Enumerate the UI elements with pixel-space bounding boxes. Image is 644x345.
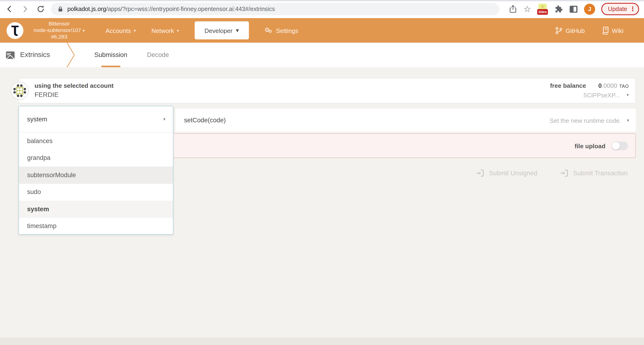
lock-icon — [58, 6, 63, 12]
header-links: GitHub Wiki — [555, 26, 624, 34]
chain-block-number: #6,283 — [27, 34, 92, 40]
url-host: polkadot.js.org — [67, 6, 106, 12]
section-tabbar: Extrinsics Submission Decode — [0, 43, 644, 67]
chevron-down-icon: ▾ — [236, 27, 239, 34]
sites-extension-label: Sites — [537, 9, 548, 15]
wiki-link[interactable]: Wiki — [602, 26, 624, 34]
sites-extension-hand: ♨ — [541, 4, 544, 7]
update-label: Update — [608, 6, 627, 12]
nav-developer-active[interactable]: Developer ▾ — [195, 21, 249, 39]
free-balance-row: free balance 0.0000 TAO — [550, 82, 629, 89]
side-panel-icon[interactable] — [570, 5, 578, 13]
method-value: setCode(code) — [184, 116, 226, 124]
file-upload-toggle[interactable] — [612, 141, 628, 150]
nav-network[interactable]: Network ▾ — [152, 27, 179, 34]
browser-toolbar: polkadot.js.org/apps/?rpc=wss://entrypoi… — [0, 0, 644, 18]
chevron-down-icon: ▾ — [177, 28, 179, 32]
chain-node: node-subtensor/107▾ — [27, 27, 92, 34]
pallet-selected-value: system — [27, 116, 47, 123]
option-timestamp[interactable]: timestamp — [19, 218, 173, 235]
sign-in-icon — [560, 169, 568, 177]
option-sudo[interactable]: sudo — [19, 184, 173, 201]
method-select[interactable]: setCode(code) Set the new runtime code. … — [176, 109, 636, 132]
account-info: using the selected account FERDIE — [34, 82, 114, 98]
nav-accounts[interactable]: Accounts ▾ — [106, 27, 136, 34]
option-subtensorModule[interactable]: subtensorModule — [19, 167, 173, 184]
url-bar[interactable]: polkadot.js.org/apps/?rpc=wss://entrypoi… — [51, 3, 499, 15]
tab-submission[interactable]: Submission — [94, 43, 127, 67]
account-name: FERDIE — [34, 91, 114, 98]
chevron-down-icon: ▾ — [627, 118, 629, 123]
account-label: using the selected account — [34, 82, 114, 89]
method-hint-row: Set the new runtime code. ▾ — [550, 117, 629, 124]
share-icon[interactable] — [509, 4, 517, 13]
bittensor-logo[interactable]: Ʈ — [6, 22, 23, 39]
profile-avatar[interactable]: J — [584, 3, 595, 14]
sign-in-icon — [476, 169, 484, 177]
tab-strip — [0, 0, 644, 1]
account-selector-card: using the selected account FERDIE free b… — [18, 78, 636, 103]
nav-settings[interactable]: ⚙⚙ Settings — [264, 27, 298, 34]
url-text: polkadot.js.org/apps/?rpc=wss://entrypoi… — [67, 6, 275, 12]
submit-transaction-button[interactable]: Submit Transaction — [560, 169, 628, 177]
option-system[interactable]: system — [19, 201, 173, 218]
extrinsics-page: using the selected account FERDIE free b… — [0, 67, 644, 345]
option-grandpa[interactable]: grandpa — [19, 150, 173, 167]
chevron-down-icon: ▾ — [83, 28, 85, 33]
back-icon[interactable] — [4, 4, 15, 14]
browser-actions: ☆ ♨ Sites J Update ⋮ — [509, 3, 644, 15]
breadcrumb-chevron-icon — [66, 43, 76, 67]
browser-nav-buttons — [0, 4, 46, 14]
pallet-options-list: balances grandpa subtensorModule sudo sy… — [19, 133, 173, 235]
account-identicon[interactable] — [11, 82, 29, 100]
chevron-down-icon: ▾ — [626, 92, 629, 98]
forward-icon[interactable] — [20, 4, 30, 14]
submit-actions: Submit Unsigned Submit Transaction — [476, 169, 628, 177]
file-upload-row: file upload — [574, 134, 628, 158]
app-header: Ʈ Bittensor node-subtensor/107▾ #6,283 A… — [0, 18, 644, 42]
footer-strip — [0, 337, 644, 345]
gear-icon: ⚙⚙ — [264, 27, 272, 34]
toggle-knob — [612, 142, 620, 149]
tab-decode[interactable]: Decode — [147, 43, 169, 67]
extrinsics-envelope-icon — [6, 51, 15, 59]
submit-unsigned-button[interactable]: Submit Unsigned — [476, 169, 538, 177]
balance-unit: TAO — [619, 84, 629, 89]
free-balance-label: free balance — [550, 82, 586, 89]
file-upload-label: file upload — [574, 142, 606, 149]
account-address: 5CiPPseXP... — [584, 91, 620, 98]
section-breadcrumb: Extrinsics — [6, 43, 50, 67]
chain-info[interactable]: Bittensor node-subtensor/107▾ #6,283 — [27, 20, 92, 40]
chain-name: Bittensor — [27, 20, 92, 27]
pallet-select[interactable]: system ▾ — [19, 106, 173, 132]
balance-frac: .0000 — [602, 82, 617, 89]
account-address-row[interactable]: 5CiPPseXP... ▾ — [550, 91, 629, 98]
method-hint-text: Set the new runtime code. — [550, 117, 621, 124]
url-path: /apps/?rpc=wss://entrypoint-finney.opent… — [106, 6, 275, 12]
chevron-down-icon: ▾ — [163, 116, 166, 122]
section-title: Extrinsics — [20, 51, 50, 59]
pallet-dropdown-open: system ▾ balances grandpa subtensorModul… — [18, 106, 174, 235]
screen: polkadot.js.org/apps/?rpc=wss://entrypoi… — [0, 0, 644, 345]
sites-extension-icon[interactable]: ♨ Sites — [537, 3, 548, 14]
account-balance-block: free balance 0.0000 TAO 5CiPPseXP... ▾ — [550, 82, 629, 98]
section-tabs: Submission Decode — [94, 43, 169, 67]
option-balances[interactable]: balances — [19, 133, 173, 150]
git-branch-icon — [555, 26, 562, 34]
chrome-menu-icon[interactable]: ⋮ — [630, 5, 636, 13]
balance-int: 0 — [598, 82, 602, 89]
github-link[interactable]: GitHub — [555, 26, 585, 34]
extensions-puzzle-icon[interactable] — [554, 4, 563, 13]
book-icon — [602, 26, 608, 34]
chevron-down-icon: ▾ — [134, 28, 136, 32]
bookmark-star-icon[interactable]: ☆ — [524, 5, 531, 13]
update-button[interactable]: Update ⋮ — [602, 3, 639, 15]
reload-icon[interactable] — [35, 4, 46, 14]
main-nav: Accounts ▾ Network ▾ Developer ▾ ⚙⚙ Sett… — [106, 21, 298, 39]
